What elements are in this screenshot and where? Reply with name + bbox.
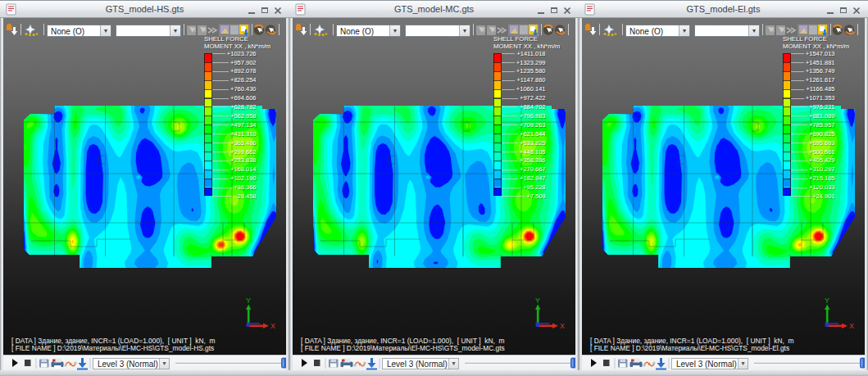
svg-text:Y: Y [246, 297, 251, 305]
svg-text:Y: Y [535, 297, 540, 305]
svg-text:X: X [560, 322, 565, 330]
svg-text:Y: Y [825, 297, 829, 305]
svg-text:X: X [849, 322, 854, 330]
svg-text:X: X [270, 322, 275, 330]
